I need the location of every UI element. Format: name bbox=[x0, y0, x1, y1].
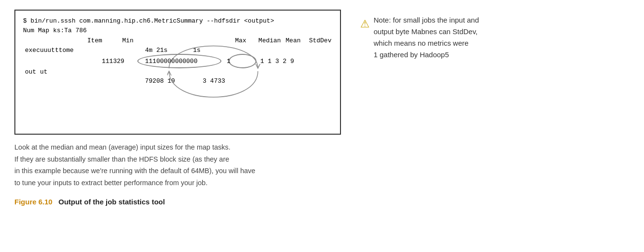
annotation-line2: If they are substantially smaller than t… bbox=[14, 153, 341, 165]
terminal-data-row2: 79208 19 3 4733 bbox=[23, 76, 332, 86]
figure-label: Figure 6.10 Output of the job statistics… bbox=[14, 198, 351, 206]
note-line4: 1 gathered by Hadoop5 bbox=[374, 49, 479, 61]
data1-num1: 111329 bbox=[102, 57, 145, 66]
annotation-line1: Look at the median and mean (average) in… bbox=[14, 141, 341, 153]
terminal-exec-row: execuuutttome 4m 21s 1s bbox=[23, 46, 332, 55]
data2-num1: 79208 19 bbox=[145, 76, 203, 86]
header-mean: Mean bbox=[286, 36, 309, 46]
header-max: Max bbox=[235, 36, 258, 46]
header-empty2 bbox=[161, 36, 235, 46]
terminal-header-row: Item Min Max Median Mean StdDev bbox=[23, 36, 332, 46]
terminal-line-command: $ bin/run.sssh com.manning.hip.ch6.Metri… bbox=[23, 16, 332, 26]
terminal-data-row1: 111329 11100000000000 1 1 1 3 2 9 bbox=[23, 57, 332, 66]
data1-num3: 1 bbox=[227, 57, 260, 66]
out-label: out ut bbox=[25, 67, 48, 77]
header-item: Item bbox=[87, 36, 122, 46]
figure-number: Figure 6.10 bbox=[14, 198, 52, 206]
header-median: Median bbox=[258, 36, 286, 46]
header-stddev: StdDev bbox=[309, 36, 332, 46]
exec-val: 1s bbox=[193, 46, 222, 55]
note-line3: which means no metrics were bbox=[374, 38, 479, 49]
data-row1-container: 111329 11100000000000 1 1 1 3 2 9 bbox=[23, 57, 332, 66]
note-text-block: Note: for small jobs the input and outpu… bbox=[374, 14, 479, 61]
terminal-out-row: out ut bbox=[23, 67, 332, 77]
annotation-line4: to tune your inputs to extract better pe… bbox=[14, 177, 341, 189]
terminal-box: $ bin/run.sssh com.manning.hip.ch6.Metri… bbox=[14, 10, 341, 135]
data2-empty bbox=[25, 76, 145, 86]
warning-icon: ⚠ bbox=[360, 15, 370, 32]
header-min: Min bbox=[122, 36, 161, 46]
data1-col1 bbox=[25, 57, 102, 66]
exec-label: execuuutttome bbox=[25, 46, 102, 55]
note-header: ⚠ Note: for small jobs the input and out… bbox=[360, 14, 630, 61]
exec-min: 4m 21s bbox=[145, 46, 193, 55]
header-empty1 bbox=[25, 36, 87, 46]
terminal-spacer bbox=[23, 86, 332, 96]
terminal-line-num: Num Map ks:Ta 786 bbox=[23, 26, 332, 36]
annotation-line3: in this example because we're running wi… bbox=[14, 165, 341, 177]
data1-num2: 11100000000000 bbox=[145, 57, 227, 66]
figure-title: Output of the job statistics tool bbox=[59, 198, 165, 206]
exec-empty bbox=[102, 46, 145, 55]
annotation-block: Look at the median and mean (average) in… bbox=[14, 141, 341, 189]
data1-nums: 1 1 3 2 9 bbox=[260, 57, 323, 66]
data2-num2: 3 4733 bbox=[203, 76, 241, 86]
note-line1: Note: for small jobs the input and bbox=[374, 14, 479, 26]
note-box: ⚠ Note: for small jobs the input and out… bbox=[360, 10, 630, 63]
note-line2: output byte Mabnes can StdDev, bbox=[374, 26, 479, 38]
